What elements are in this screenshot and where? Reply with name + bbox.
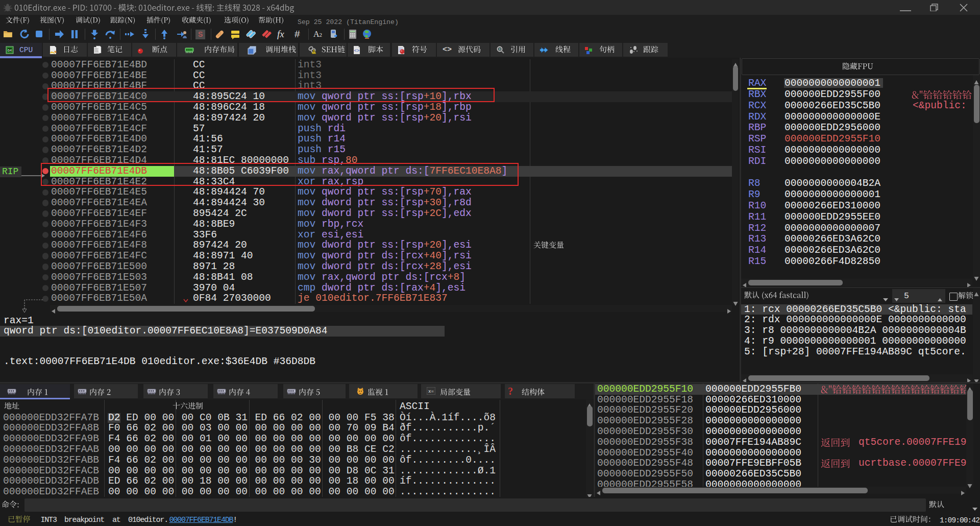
svg-text:64: 64 bbox=[8, 49, 12, 52]
svg-text:x=: x= bbox=[428, 389, 434, 394]
svg-text:<>: <> bbox=[354, 49, 360, 54]
